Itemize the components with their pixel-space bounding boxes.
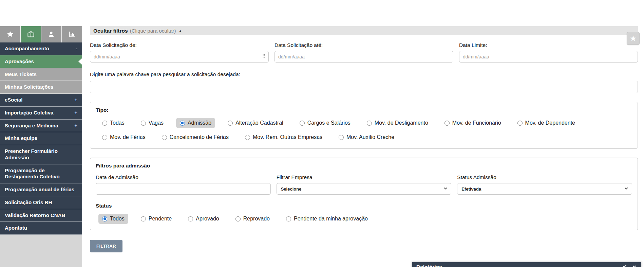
tipo-title: Tipo: [96,107,632,113]
sidebar-item-seguranca-e-medicina[interactable]: Segurança e Medicina + [0,120,82,132]
nav-tab-business[interactable] [21,26,41,42]
sidebar-item-label: Programação de Desligamento Coletivo [5,167,77,180]
dock-arrow-icon[interactable] [622,264,627,267]
sidebar-item-apontatu[interactable]: Apontatu [0,222,82,235]
status-option-aprovado[interactable]: Aprovado [184,214,223,224]
sidebar-item-importacao-coletiva[interactable]: Importação Coletiva + [0,107,82,120]
radio-checked-icon [102,216,107,221]
admissao-title: Filtros para admissão [96,163,632,169]
sidebar-item-acompanhamento[interactable]: Acompanhamento - [0,42,82,55]
nav-tab-people[interactable] [41,26,62,42]
tipo-option-mov-funcionario[interactable]: Mov. de Funcionário [441,118,505,128]
tipo-option-admissao[interactable]: Admissão [176,118,215,128]
sidebar-item-label: Apontatu [5,225,27,231]
tipo-option-todas[interactable]: Todas [98,118,128,128]
user-icon [47,30,55,38]
radio-icon [102,121,107,126]
radio-icon [188,216,193,221]
expand-plus-icon: + [74,123,77,129]
radio-icon [245,135,250,140]
status-option-pendente[interactable]: Pendente [137,214,176,224]
data-limite-input[interactable] [459,51,638,63]
status-admissao-field: Status Admissão Efetivada [457,174,632,195]
tipo-option-cancelamento-ferias[interactable]: Cancelamento de Férias [158,132,232,142]
sidebar-item-minha-equipe[interactable]: Minha equipe [0,132,82,145]
data-admissao-label: Data de Admissão [96,174,271,180]
radio-icon [235,216,241,221]
sidebar-item-label: Solicitação Oris RH [5,199,52,206]
main-content: ★ Ocultar filtros (Clique para ocultar) … [82,26,644,267]
sidebar-item-label: Importação Coletiva [5,110,53,116]
empresa-select[interactable]: Selecione [277,183,452,195]
admissao-fields-row: Data de Admissão Filtrar Empresa Selecio… [96,174,632,195]
nav-tab-favorites[interactable] [0,26,21,42]
tipo-option-vagas[interactable]: Vagas [137,118,167,128]
tipo-option-mov-desligamento[interactable]: Mov. de Desligamento [363,118,432,128]
sidebar-item-label: Minhas Solicitações [5,84,53,90]
radio-icon [162,135,167,140]
favorite-page-button[interactable]: ★ [627,32,640,45]
sidebar-item-minhas-solicitacoes[interactable]: Minhas Solicitações [0,81,82,94]
date-field-limite: Data Limite: [459,42,638,63]
keyword-input[interactable] [90,81,638,93]
data-admissao-input[interactable] [96,183,271,195]
nav-tab-reports[interactable] [62,26,82,42]
reports-panel: Relatórios (07/09/2025 - 13:07:47) Envia… [412,262,641,267]
tipo-option-mov-ferias[interactable]: Mov. de Férias [98,132,149,142]
briefcase-icon [26,30,35,39]
tipo-option-mov-rem-outras-empresas[interactable]: Mov. Rem. Outras Empresas [241,132,326,142]
radio-icon [286,216,291,221]
data-solicitacao-ate-input[interactable] [274,51,453,63]
data-solicitacao-ate-label: Data Solicitação até: [274,42,453,48]
tipo-option-cargos-e-salarios[interactable]: Cargos e Salários [296,118,354,128]
sidebar-item-programacao-desligamento-coletivo[interactable]: Programação de Desligamento Coletivo [0,164,82,184]
reports-panel-header: Relatórios [412,262,641,267]
radio-icon [367,121,372,126]
filters-toggle-bar[interactable]: Ocultar filtros (Clique para ocultar) ▲ [90,26,638,35]
sidebar-item-label: Segurança e Medicina [5,123,58,129]
collapse-minus-icon: - [76,46,77,52]
sidebar-item-esocial[interactable]: eSocial + [0,94,82,107]
keyword-search: Digite uma palavra chave para pesquisar … [90,71,638,93]
status-option-pendente-minha-aprovacao[interactable]: Pendente da minha aprovação [282,214,372,224]
status-admissao-select[interactable]: Efetivada [457,183,632,195]
sidebar-item-label: Acompanhamento [5,46,49,52]
admissao-filter-box: Filtros para admissão Data de Admissão F… [90,158,638,230]
date-field-solicitacao-de: Data Solicitação de: [90,42,269,63]
radio-icon [517,121,523,126]
expand-plus-icon: + [74,110,77,116]
status-option-todos[interactable]: Todos [98,214,128,224]
expand-plus-icon: + [74,97,77,103]
sidebar-item-meus-tickets[interactable]: Meus Tickets [0,68,82,81]
radio-checked-icon [180,121,185,126]
filtrar-button[interactable]: FILTRAR [90,240,122,252]
tipo-option-alteracao-cadastral[interactable]: Alteração Cadastral [224,118,287,128]
data-solicitacao-de-input[interactable] [90,51,269,63]
sidebar: Acompanhamento - Aprovações Meus Tickets… [0,26,82,267]
radio-icon [141,216,146,221]
close-icon[interactable] [632,265,637,267]
tipo-radio-group: Todas Vagas Admissão Alteração Cadastral… [96,118,632,142]
app-root: Acompanhamento - Aprovações Meus Tickets… [0,26,644,267]
radio-icon [228,121,233,126]
sidebar-item-aprovacoes[interactable]: Aprovações [0,55,82,68]
date-filters-row: Data Solicitação de: Data Solicitação at… [90,42,638,63]
star-icon: ★ [630,34,637,43]
radio-icon [102,135,107,140]
sidebar-item-programacao-anual-ferias[interactable]: Programação anual de férias [0,183,82,196]
tipo-option-mov-dependente[interactable]: Mov. de Dependente [514,118,579,128]
tipo-option-mov-auxilio-creche[interactable]: Mov. Auxílio Creche [335,132,398,142]
status-option-reprovado[interactable]: Reprovado [232,214,273,224]
status-admissao-select-value: Efetivada [461,186,481,192]
sidebar-item-validacao-retorno-cnab[interactable]: Validação Retorno CNAB [0,209,82,222]
filters-toggle-hint: (Clique para ocultar) [130,28,176,34]
radio-icon [300,121,305,126]
sidebar-item-solicitacao-oris-rh[interactable]: Solicitação Oris RH [0,196,82,209]
radio-icon [339,135,344,140]
keyword-label: Digite uma palavra chave para pesquisar … [90,71,638,77]
date-field-solicitacao-ate: Data Solicitação até: [274,42,453,63]
empresa-select-value: Selecione [281,186,302,192]
sidebar-item-preencher-formulario-admissao[interactable]: Preencher Formulário Admissão [0,145,82,164]
status-title: Status [96,203,632,209]
sidebar-item-label: Preencher Formulário Admissão [5,148,77,161]
